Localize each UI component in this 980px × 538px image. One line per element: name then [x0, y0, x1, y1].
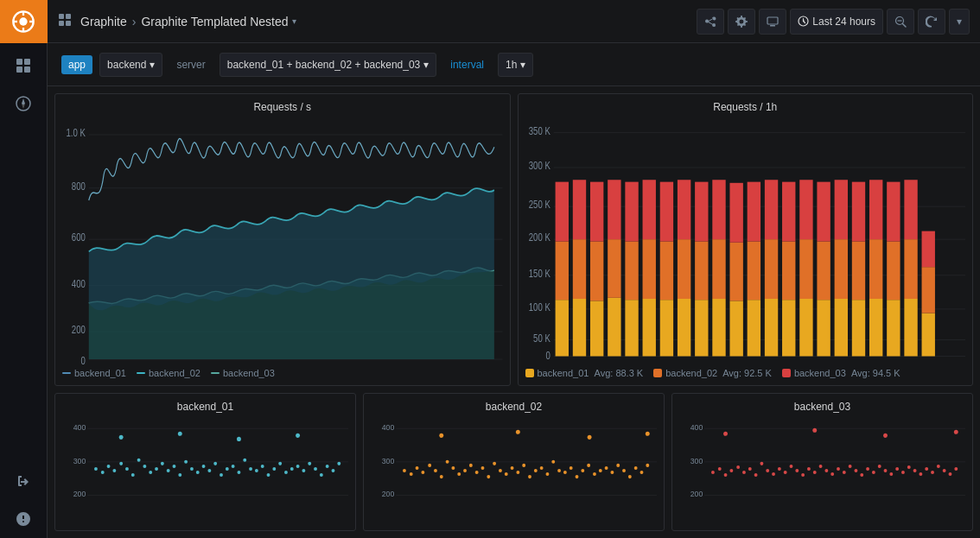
- svg-point-218: [587, 464, 590, 467]
- svg-point-199: [475, 471, 479, 474]
- svg-point-142: [137, 459, 141, 462]
- svg-point-1: [19, 17, 27, 25]
- grid-small-icon: [58, 13, 72, 27]
- svg-rect-121: [887, 242, 900, 301]
- svg-point-243: [736, 465, 740, 469]
- svg-point-213: [557, 469, 561, 472]
- svg-point-203: [499, 469, 502, 472]
- svg-rect-119: [869, 180, 881, 239]
- tv-button[interactable]: [759, 9, 786, 35]
- svg-rect-106: [799, 239, 812, 299]
- filterbar: app backend ▾ server backend_01 + backen…: [48, 43, 980, 86]
- app-logo[interactable]: [0, 0, 48, 43]
- svg-point-256: [813, 471, 817, 474]
- sidebar-item-compass[interactable]: [0, 85, 48, 123]
- breadcrumb-current-page[interactable]: Graphite Templated Nested ▾: [141, 15, 296, 28]
- svg-point-155: [213, 462, 217, 465]
- svg-point-176: [337, 462, 340, 465]
- app-label: app: [61, 55, 92, 74]
- svg-text:04:00: 04:00: [301, 364, 321, 364]
- svg-point-228: [646, 464, 649, 467]
- svg-text:300: 300: [382, 457, 395, 465]
- charts-area: Requests / s 1.0 K 800 600 400 200 0: [48, 86, 980, 538]
- breadcrumb-nav: Graphite › Graphite Templated Nested ▾: [58, 13, 690, 29]
- interval-select[interactable]: 1h ▾: [498, 53, 533, 77]
- svg-text:0: 0: [81, 355, 86, 364]
- sidebar-item-grid[interactable]: [0, 47, 48, 85]
- grafana-logo-icon: [11, 9, 35, 34]
- interval-label: interval: [443, 55, 491, 74]
- svg-point-152: [196, 471, 200, 474]
- svg-point-251: [784, 471, 787, 474]
- svg-rect-125: [904, 180, 917, 239]
- svg-point-231: [588, 435, 592, 440]
- more-button[interactable]: ▾: [949, 9, 970, 35]
- svg-point-179: [237, 437, 241, 441]
- server-select[interactable]: backend_01 + backend_02 + backend_03 ▾: [220, 53, 437, 77]
- legend-color-backend02: [137, 372, 145, 374]
- app-select[interactable]: backend ▾: [99, 53, 162, 77]
- svg-rect-81: [659, 300, 672, 356]
- share-icon: [704, 16, 716, 28]
- svg-point-209: [534, 469, 538, 472]
- legend-color-1h-backend01: [525, 369, 534, 377]
- backend03-svg: 400 300 200: [679, 418, 965, 523]
- svg-text:300 K: 300 K: [528, 160, 550, 171]
- chevron-down-icon: ▾: [520, 59, 525, 71]
- time-range-button[interactable]: Last 24 hours: [790, 9, 883, 35]
- sidebar-item-help[interactable]: [0, 500, 48, 538]
- breadcrumb-home[interactable]: Graphite: [80, 15, 127, 28]
- sidebar-item-signin[interactable]: [0, 462, 48, 500]
- svg-rect-96: [747, 300, 760, 356]
- svg-text:150 K: 150 K: [528, 268, 550, 279]
- svg-rect-17: [767, 17, 778, 24]
- settings-button[interactable]: [728, 9, 755, 35]
- svg-point-143: [143, 465, 146, 468]
- svg-rect-67: [572, 239, 585, 299]
- svg-point-219: [593, 472, 596, 476]
- svg-point-281: [723, 432, 728, 436]
- svg-point-198: [469, 464, 473, 467]
- svg-point-188: [410, 472, 413, 476]
- svg-text:600: 600: [72, 232, 86, 244]
- svg-rect-126: [921, 313, 934, 357]
- zoom-icon: [894, 16, 907, 28]
- svg-rect-8: [16, 66, 22, 73]
- chart-title-backend01: backend_01: [62, 401, 348, 413]
- svg-rect-108: [817, 300, 830, 356]
- svg-point-206: [516, 471, 519, 474]
- zoom-out-button[interactable]: [887, 9, 914, 35]
- svg-point-190: [421, 471, 424, 474]
- svg-text:20:00: 20:00: [647, 364, 668, 364]
- svg-point-151: [190, 467, 194, 471]
- svg-point-226: [634, 466, 638, 470]
- refresh-icon: [926, 16, 938, 28]
- svg-point-257: [819, 465, 823, 468]
- svg-text:400: 400: [382, 423, 395, 432]
- legend-label-1h-backend01: backend_01 Avg: 88.3 K: [538, 368, 644, 378]
- legend-backend01: backend_01: [62, 368, 126, 378]
- requests-per-second-panel: Requests / s 1.0 K 800 600 400 200 0: [54, 93, 511, 386]
- svg-point-210: [540, 466, 544, 470]
- legend-label-backend01: backend_01: [74, 368, 126, 378]
- refresh-button[interactable]: [918, 9, 945, 35]
- svg-point-214: [563, 471, 567, 474]
- svg-rect-6: [16, 59, 22, 65]
- legend-label-1h-backend03: backend_03 Avg: 94.5 K: [794, 368, 900, 378]
- svg-point-136: [101, 471, 105, 474]
- legend-backend02: backend_02: [137, 368, 200, 378]
- svg-point-252: [790, 465, 793, 468]
- svg-point-160: [243, 459, 246, 462]
- chart-title-requests-1h: Requests / 1h: [525, 101, 966, 113]
- svg-point-196: [457, 472, 461, 476]
- requests-per-hour-panel: Requests / 1h 350 K 300 K 250 K 200 K 15…: [518, 93, 974, 386]
- legend-backend03: backend_03: [211, 368, 275, 378]
- svg-point-162: [255, 469, 258, 472]
- share-button[interactable]: [697, 9, 724, 35]
- svg-rect-89: [695, 182, 708, 242]
- legend-1h-backend01: backend_01 Avg: 88.3 K: [525, 368, 644, 378]
- svg-rect-83: [659, 182, 672, 242]
- svg-point-250: [778, 467, 781, 471]
- svg-point-147: [167, 469, 170, 472]
- svg-rect-113: [834, 180, 847, 239]
